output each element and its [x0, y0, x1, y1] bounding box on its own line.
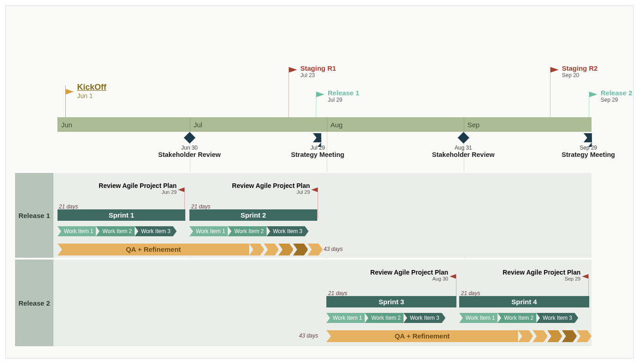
sprint-1-days: 21 days	[59, 203, 78, 210]
chevron-icon	[518, 330, 529, 342]
month-sep: Sep	[464, 117, 592, 132]
work-item[interactable]: Work Item 3	[403, 313, 442, 323]
sprint-4[interactable]: Sprint 4	[459, 296, 589, 307]
qa-label: QA + Refinement	[126, 245, 181, 253]
timeline-strip: Jun Jul Aug Sep	[58, 117, 592, 132]
milestone-date: Sep 29	[601, 97, 632, 103]
review-label: Review Agile Project Plan	[370, 269, 448, 276]
qa-1-days: 43 days	[324, 246, 343, 252]
marker-name: Stakeholder Review	[432, 151, 495, 158]
release-2-body: Review Agile Project Plan Aug 30 21 days…	[53, 260, 592, 346]
sprint-4-days: 21 days	[461, 290, 480, 296]
milestone-title: Staging R2	[562, 64, 597, 72]
release-1-tab[interactable]: Release 1	[15, 173, 53, 258]
sprint-3-work-row: Work Item 1 Work Item 2 Work Item 3	[326, 313, 442, 323]
chevron-icon	[278, 244, 289, 255]
sprint-2-days: 21 days	[191, 203, 210, 210]
qa-2-days: 43 days	[299, 333, 318, 339]
milestone-title: Release 1	[328, 89, 359, 97]
sprint-2-work-row: Work Item 1 Work Item 2 Work Item 3	[189, 226, 305, 236]
release-label: Release 1	[18, 212, 50, 219]
milestone-date: Sep 20	[562, 72, 597, 78]
chevron-icon	[547, 330, 558, 342]
milestone-date: Jun 1	[77, 92, 106, 99]
work-item[interactable]: Work Item 2	[228, 226, 266, 236]
diamond-icon	[183, 132, 195, 143]
sprint-label: Sprint 3	[379, 298, 404, 306]
work-item[interactable]: Work Item 1	[189, 226, 228, 236]
review-label: Review Agile Project Plan	[99, 182, 177, 189]
sprint-1-work-row: Work Item 1 Work Item 2 Work Item 3	[58, 226, 173, 236]
qa-refinement-2[interactable]: QA + Refinement	[326, 330, 518, 342]
work-item[interactable]: Work Item 3	[135, 226, 173, 236]
review-label: Review Agile Project Plan	[232, 182, 310, 189]
milestone-date: Jul 29	[328, 97, 359, 103]
review-date: Jun 29	[99, 189, 177, 195]
roadmap-frame: Jun Jul Aug Sep KickOff Jun 1 Staging R1…	[5, 5, 634, 359]
marker-name: Strategy Meeting	[291, 151, 345, 158]
sprint-4-work-row: Work Item 1 Work Item 2 Work Item 3	[459, 313, 575, 323]
release-1-row: Release 1 Review Agile Project Plan Jun …	[15, 172, 592, 258]
qa-label: QA + Refinement	[395, 332, 450, 340]
month-jun: Jun	[58, 117, 190, 132]
marker-name: Stakeholder Review	[158, 151, 221, 158]
month-label: Jun	[61, 121, 72, 129]
sprint-3-days: 21 days	[328, 290, 347, 296]
marker-stakeholder-2[interactable]: Aug 31 Stakeholder Review	[432, 133, 495, 158]
month-label: Aug	[330, 121, 343, 129]
sprint-label: Sprint 4	[512, 298, 537, 306]
marker-strategy-1[interactable]: Jul 29 Strategy Meeting	[291, 133, 345, 158]
work-item[interactable]: Work Item 1	[58, 226, 96, 236]
marker-name: Strategy Meeting	[562, 151, 615, 158]
chevron-icon	[533, 330, 544, 342]
milestone-date: Jul 23	[300, 72, 336, 78]
marker-strategy-2[interactable]: Sep 29 Strategy Meeting	[562, 133, 615, 158]
chevron-icon	[249, 244, 260, 255]
work-item[interactable]: Work Item 1	[326, 313, 365, 323]
work-item[interactable]: Work Item 2	[365, 313, 403, 323]
marker-date: Jun 30	[158, 145, 221, 151]
qa-chev-row	[249, 244, 322, 255]
marker-stakeholder-1[interactable]: Jun 30 Stakeholder Review	[158, 133, 221, 158]
chevron-icon	[264, 244, 275, 255]
month-aug: Aug	[327, 117, 464, 132]
sprint-label: Sprint 2	[241, 211, 266, 219]
diamond-icon	[457, 132, 469, 143]
roadmap-canvas: Jun Jul Aug Sep KickOff Jun 1 Staging R1…	[6, 20, 615, 344]
month-jul: Jul	[190, 117, 327, 132]
sprint-label: Sprint 1	[109, 211, 134, 219]
milestone-title: Staging R1	[300, 64, 336, 72]
review-label: Review Agile Project Plan	[503, 269, 581, 276]
sprint-1[interactable]: Sprint 1	[58, 209, 185, 221]
release-2-tab[interactable]: Release 2	[15, 260, 53, 346]
milestone-title: Release 2	[601, 89, 632, 97]
marker-date: Aug 31	[432, 145, 495, 151]
work-item[interactable]: Work Item 1	[459, 313, 498, 323]
release-2-row: Release 2 Review Agile Project Plan Aug …	[15, 259, 592, 346]
month-label: Jul	[194, 121, 202, 129]
qa-refinement-1[interactable]: QA + Refinement	[58, 244, 249, 255]
month-label: Sep	[467, 121, 480, 129]
qa-chev-row	[518, 330, 591, 342]
release-label: Release 2	[18, 299, 50, 307]
review-date: Aug 30	[370, 276, 448, 281]
work-item[interactable]: Work Item 2	[96, 226, 134, 236]
review-date: Jul 29	[232, 189, 310, 195]
chevron-icon	[576, 330, 587, 342]
work-item[interactable]: Work Item 3	[267, 226, 305, 236]
review-date: Sep 29	[503, 276, 581, 281]
milestone-title: KickOff	[77, 83, 106, 92]
work-item[interactable]: Work Item 2	[498, 313, 536, 323]
chevron-icon	[293, 244, 304, 255]
release-1-body: Review Agile Project Plan Jun 29 21 days…	[53, 173, 592, 258]
work-item[interactable]: Work Item 3	[536, 313, 575, 323]
chevron-icon	[562, 330, 573, 342]
sprint-3[interactable]: Sprint 3	[326, 296, 456, 307]
chevron-icon	[308, 244, 319, 255]
sprint-2[interactable]: Sprint 2	[189, 209, 317, 221]
